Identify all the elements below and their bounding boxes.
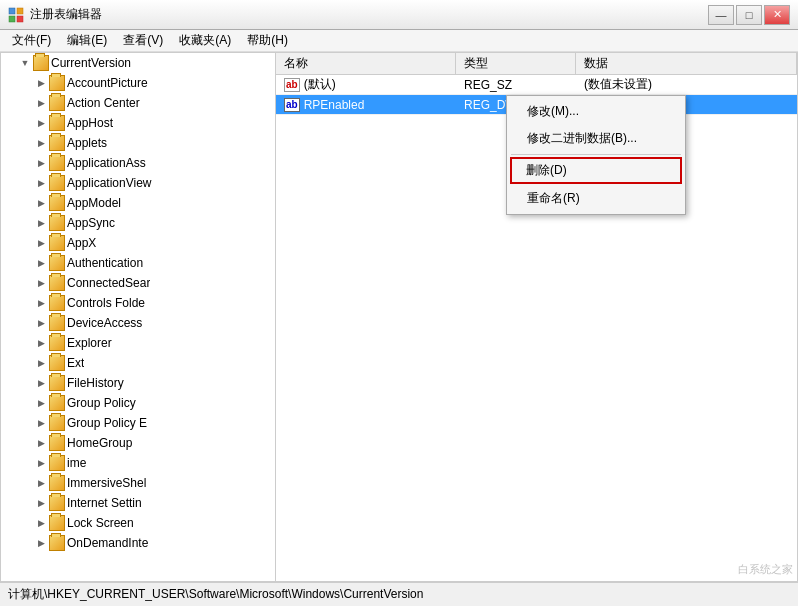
cell-name-text: (默认) (304, 76, 336, 93)
title-bar: 注册表编辑器 — □ ✕ (0, 0, 798, 30)
menu-bar: 文件(F) 编辑(E) 查看(V) 收藏夹(A) 帮助(H) (0, 30, 798, 52)
tree-item-actioncenter[interactable]: ▶ Action Center (1, 93, 275, 113)
tree-expand[interactable]: ▶ (33, 358, 49, 368)
tree-expand[interactable]: ▶ (33, 278, 49, 288)
tree-expand[interactable]: ▶ (33, 238, 49, 248)
tree-label: ime (67, 456, 86, 470)
folder-icon (49, 435, 65, 451)
folder-icon (49, 395, 65, 411)
folder-icon (49, 75, 65, 91)
tree-label: AccountPicture (67, 76, 148, 90)
tree-item-ext[interactable]: ▶ Ext (1, 353, 275, 373)
tree-expand[interactable]: ▶ (33, 258, 49, 268)
tree-expand[interactable]: ▶ (33, 118, 49, 128)
folder-icon (49, 475, 65, 491)
tree-label: ApplicationView (67, 176, 152, 190)
tree-item-applets[interactable]: ▶ Applets (1, 133, 275, 153)
tree-item-appmodel[interactable]: ▶ AppModel (1, 193, 275, 213)
tree-expand[interactable]: ▶ (33, 218, 49, 228)
tree-expand[interactable]: ▶ (33, 538, 49, 548)
tree-item-controlsfolde[interactable]: ▶ Controls Folde (1, 293, 275, 313)
tree-expand[interactable]: ▶ (33, 378, 49, 388)
svg-rect-0 (9, 8, 15, 14)
tree-expand[interactable]: ▶ (33, 418, 49, 428)
tree-item-applicationass[interactable]: ▶ ApplicationAss (1, 153, 275, 173)
status-bar: 计算机\HKEY_CURRENT_USER\Software\Microsoft… (0, 582, 798, 606)
tree-label: Internet Settin (67, 496, 142, 510)
tree-expand[interactable]: ▶ (33, 478, 49, 488)
tree-item-appsync[interactable]: ▶ AppSync (1, 213, 275, 233)
svg-rect-2 (9, 16, 15, 22)
tree-expand[interactable]: ▶ (33, 98, 49, 108)
tree-item-ondemandinte[interactable]: ▶ OnDemandInte (1, 533, 275, 553)
tree-label: Applets (67, 136, 107, 150)
tree-scroll[interactable]: ▼ CurrentVersion ▶ AccountPicture ▶ Acti… (1, 53, 275, 581)
menu-help[interactable]: 帮助(H) (239, 30, 296, 51)
col-header-data: 数据 (576, 53, 797, 74)
tree-item-connectedsear[interactable]: ▶ ConnectedSear (1, 273, 275, 293)
tree-expand[interactable]: ▶ (33, 198, 49, 208)
folder-icon (49, 335, 65, 351)
col-header-type: 类型 (456, 53, 576, 74)
folder-icon (49, 315, 65, 331)
tree-expand[interactable]: ▶ (33, 338, 49, 348)
cell-name-text-rpenabled: RPEnabled (304, 98, 365, 112)
tree-expand[interactable]: ▶ (33, 78, 49, 88)
tree-item-authentication[interactable]: ▶ Authentication (1, 253, 275, 273)
tree-expand[interactable]: ▶ (33, 438, 49, 448)
ctx-item-delete[interactable]: 删除(D) (510, 157, 682, 184)
tree-expand[interactable]: ▶ (33, 498, 49, 508)
tree-item-deviceaccess[interactable]: ▶ DeviceAccess (1, 313, 275, 333)
ctx-item-modify[interactable]: 修改(M)... (507, 98, 685, 125)
tree-item-lockscreen[interactable]: ▶ Lock Screen (1, 513, 275, 533)
menu-edit[interactable]: 编辑(E) (59, 30, 115, 51)
menu-file[interactable]: 文件(F) (4, 30, 59, 51)
ctx-item-rename[interactable]: 重命名(R) (507, 185, 685, 212)
folder-icon (49, 535, 65, 551)
tree-expand[interactable]: ▶ (33, 458, 49, 468)
tree-item-appx[interactable]: ▶ AppX (1, 233, 275, 253)
title-bar-left: 注册表编辑器 (8, 6, 102, 23)
tree-item-explorer[interactable]: ▶ Explorer (1, 333, 275, 353)
tree-label: Explorer (67, 336, 112, 350)
ctx-separator (511, 154, 681, 155)
tree-expand[interactable]: ▶ (33, 318, 49, 328)
menu-view[interactable]: 查看(V) (115, 30, 171, 51)
folder-icon-root (33, 55, 49, 71)
table-row[interactable]: ab (默认) REG_SZ (数值未设置) (276, 75, 797, 95)
tree-expand[interactable]: ▶ (33, 398, 49, 408)
tree-expand[interactable]: ▶ (33, 138, 49, 148)
tree-item-homegroup[interactable]: ▶ HomeGroup (1, 433, 275, 453)
folder-icon (49, 175, 65, 191)
folder-icon (49, 95, 65, 111)
tree-expand[interactable]: ▶ (33, 178, 49, 188)
folder-icon (49, 415, 65, 431)
ctx-item-modify-binary[interactable]: 修改二进制数据(B)... (507, 125, 685, 152)
cell-data-default: (数值未设置) (576, 75, 797, 95)
tree-expand[interactable]: ▶ (33, 298, 49, 308)
status-text: 计算机\HKEY_CURRENT_USER\Software\Microsoft… (8, 586, 423, 603)
tree-item-immersiveshel[interactable]: ▶ ImmersiveShel (1, 473, 275, 493)
window-title: 注册表编辑器 (30, 6, 102, 23)
tree-item-applicationview[interactable]: ▶ ApplicationView (1, 173, 275, 193)
tree-expand[interactable]: ▶ (33, 158, 49, 168)
tree-item-apphost[interactable]: ▶ AppHost (1, 113, 275, 133)
folder-icon (49, 355, 65, 371)
tree-expand[interactable]: ▶ (33, 518, 49, 528)
tree-item-ime[interactable]: ▶ ime (1, 453, 275, 473)
tree-expand-root[interactable]: ▼ (17, 58, 33, 68)
tree-item-internetsetting[interactable]: ▶ Internet Settin (1, 493, 275, 513)
close-button[interactable]: ✕ (764, 5, 790, 25)
tree-item-grouppolicye[interactable]: ▶ Group Policy E (1, 413, 275, 433)
tree-item-root[interactable]: ▼ CurrentVersion (1, 53, 275, 73)
tree-item-accountpicture[interactable]: ▶ AccountPicture (1, 73, 275, 93)
tree-label: Group Policy E (67, 416, 147, 430)
menu-favorites[interactable]: 收藏夹(A) (171, 30, 239, 51)
cell-type-default: REG_SZ (456, 76, 576, 94)
tree-item-grouppolicy[interactable]: ▶ Group Policy (1, 393, 275, 413)
minimize-button[interactable]: — (708, 5, 734, 25)
tree-label: Lock Screen (67, 516, 134, 530)
tree-label: Ext (67, 356, 84, 370)
maximize-button[interactable]: □ (736, 5, 762, 25)
tree-item-filehistory[interactable]: ▶ FileHistory (1, 373, 275, 393)
